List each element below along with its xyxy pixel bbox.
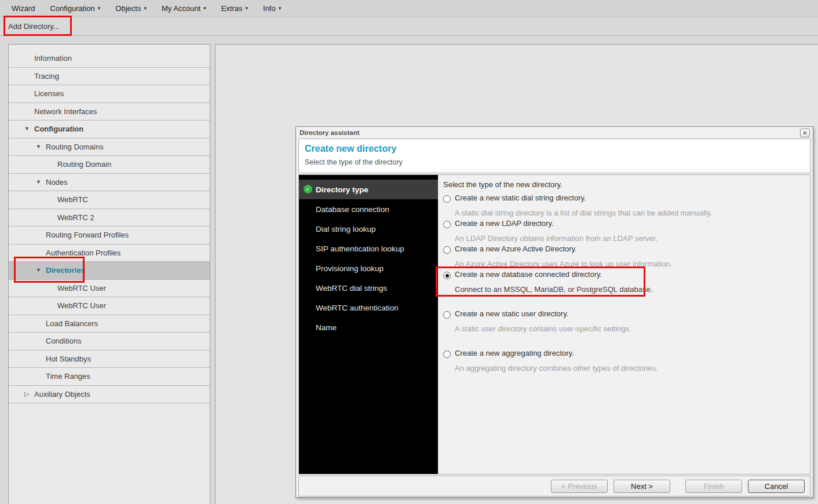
sidebar-item-routing-domains[interactable]: ▼Routing Domains [9,138,210,156]
menu-item-my-account[interactable]: My Account▾ [162,4,206,13]
option-create-a-new-ldap-directory: Create a new LDAP directory.An LDAP Dire… [443,219,803,244]
close-icon[interactable]: ✕ [800,129,810,137]
radio-button[interactable] [443,246,451,254]
sidebar-item-label: Licenses [34,89,64,98]
menu-item-objects[interactable]: Objects▾ [115,4,147,13]
triangle-expanded-icon[interactable]: ▼ [36,268,41,273]
sidebar-item-time-ranges[interactable]: Time Ranges [9,368,210,386]
wizard-step-database-connection[interactable]: Database connection [299,199,438,219]
wizard-step-name[interactable]: Name [299,317,438,337]
sidebar-item-label: WebRTC User [57,301,106,310]
sidebar-item-network-interfaces[interactable]: Network Interfaces [9,103,210,121]
wizard-step-sip-authentication-lookup[interactable]: SIP authentication lookup [299,239,438,258]
menu-item-wizard[interactable]: Wizard [12,4,35,13]
menu-item-label: My Account [162,4,200,13]
option-label-row[interactable]: Create a new database connected director… [443,270,803,282]
wizard-step-dial-string-lookup[interactable]: Dial string lookup [299,219,438,239]
radio-button[interactable] [443,311,451,319]
sidebar-item-webrtc-user[interactable]: WebRTC User [9,297,210,315]
wizard-step-webrtc-dial-strings[interactable]: WebRTC dial strings [299,278,438,298]
wizard-step-directory-type[interactable]: ✓Directory type [299,180,438,199]
wizard-steps-nav: ✓Directory typeDatabase connectionDial s… [299,175,438,474]
sidebar-item-hot-standbys[interactable]: Hot Standbys [9,350,210,368]
menu-item-label: Objects [115,4,141,13]
sidebar-item-licenses[interactable]: Licenses [9,85,210,103]
sidebar-item-webrtc-2[interactable]: WebRTC 2 [9,209,210,227]
menu-item-label: Info [263,4,276,13]
radio-button[interactable] [443,195,451,203]
chevron-down-icon: ▾ [203,6,206,11]
toolbar: Add Directory... [0,17,818,36]
wizard-step-label: SIP authentication lookup [316,244,404,253]
sidebar-item-information[interactable]: Information [9,50,210,68]
option-label-row[interactable]: Create a new static dial string director… [443,193,803,205]
sidebar-item-nodes[interactable]: ▼Nodes [9,174,210,192]
previous-button[interactable]: < Previous [551,480,608,493]
option-label-row[interactable]: Create a new static user directory. [443,309,803,321]
option-label-row[interactable]: Create a new LDAP directory. [443,219,803,231]
sidebar-item-label: Conditions [46,337,81,345]
radio-button[interactable] [443,350,451,358]
triangle-expanded-icon[interactable]: ▼ [24,126,30,132]
sidebar-item-label: Time Ranges [46,372,90,381]
content-heading: Select the type of the new directory. [443,180,803,189]
dialog-title: Directory assistant [300,129,360,136]
menu-item-info[interactable]: Info▾ [263,4,281,13]
wizard-step-label: WebRTC dial strings [316,284,387,293]
sidebar-item-routing-domain[interactable]: Routing Domain [9,156,210,174]
option-label-row[interactable]: Create a new aggregating directory. [443,349,803,360]
directory-type-options: Create a new static dial string director… [443,193,803,374]
cancel-button[interactable]: Cancel [748,480,805,493]
wizard-step-label: Provisioning lookup [316,264,384,273]
option-description: An aggregating directory combines other … [455,363,803,374]
menu-item-label: Wizard [12,4,35,13]
sidebar-item-label: Tracing [34,72,59,81]
sidebar-item-conditions[interactable]: Conditions [9,333,210,350]
check-circle-icon: ✓ [304,185,312,193]
option-label: Create a new aggregating directory. [455,349,574,357]
wizard-step-label: Directory type [316,185,368,194]
chevron-down-icon: ▾ [98,6,101,11]
sidebar-item-label: Nodes [46,178,68,187]
sidebar-item-load-balancers[interactable]: Load Balancers [9,315,210,333]
wizard-step-webrtc-authentication[interactable]: WebRTC authentication [299,298,438,317]
triangle-collapsed-icon[interactable]: ▷ [24,391,29,397]
option-create-a-new-database-connected-directory: Create a new database connected director… [443,270,803,295]
finish-button[interactable]: Finish [685,480,742,493]
sidebar-item-label: Hot Standbys [46,355,91,363]
option-create-a-new-aggregating-directory: Create a new aggregating directory.An ag… [443,349,803,374]
option-create-a-new-azure-active-directory: Create a new Azure Active Directory.An A… [443,244,803,270]
wizard-step-label: Database connection [316,205,389,214]
sidebar-item-label: Auxiliary Objects [34,390,90,399]
add-directory-button[interactable]: Add Directory... [8,22,60,31]
menu-item-extras[interactable]: Extras▾ [221,4,248,13]
option-label: Create a new Azure Active Directory. [455,244,577,253]
sidebar-item-configuration[interactable]: ▼Configuration [9,120,210,138]
sidebar-item-directories[interactable]: ▼Directories [9,262,210,280]
triangle-expanded-icon[interactable]: ▼ [36,144,41,149]
wizard-step-provisioning-lookup[interactable]: Provisioning lookup [299,258,438,278]
option-description: An LDAP Directory obtains information fr… [455,233,803,244]
chevron-down-icon: ▾ [246,6,249,11]
option-description: A static user directory contains user-sp… [455,323,803,335]
sidebar-item-label: Load Balancers [46,319,98,328]
next-button[interactable]: Next > [614,480,670,493]
triangle-expanded-icon[interactable]: ▼ [36,180,41,185]
radio-button[interactable] [443,221,451,228]
sidebar-item-auxiliary-objects[interactable]: ▷Auxiliary Objects [9,386,210,404]
sidebar-item-webrtc-user[interactable]: WebRTC User [9,280,210,298]
option-label-row[interactable]: Create a new Azure Active Directory. [443,244,803,256]
option-create-a-new-static-user-directory: Create a new static user directory.A sta… [443,309,803,335]
chevron-down-icon: ▾ [279,6,282,11]
sidebar-item-tracing[interactable]: Tracing [9,68,210,86]
menu-item-configuration[interactable]: Configuration▾ [50,4,100,13]
option-label: Create a new database connected director… [455,270,602,279]
sidebar-item-authentication-profiles[interactable]: Authentication Profiles [9,244,210,262]
sidebar-item-label: Information [34,54,72,63]
radio-button[interactable] [443,272,451,279]
option-create-a-new-static-dial-string-directory: Create a new static dial string director… [443,193,803,219]
sidebar-item-routing-forward-profiles[interactable]: Routing Forward Profiles [9,227,210,244]
sidebar-item-label: Routing Forward Profiles [46,231,129,239]
sidebar-item-webrtc[interactable]: WebRTC [9,191,210,209]
menubar: WizardConfiguration▾Objects▾My Account▾E… [0,0,818,17]
